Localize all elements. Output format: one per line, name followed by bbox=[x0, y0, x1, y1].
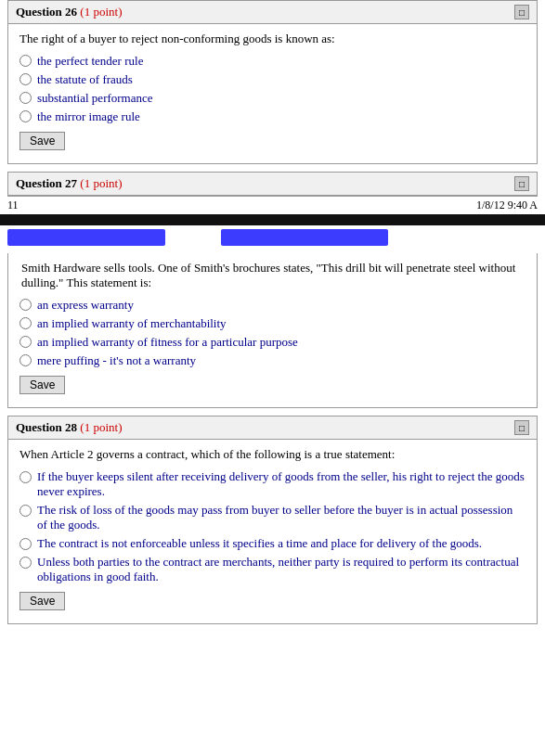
q28-option-1-label: If the buyer keeps silent after receivin… bbox=[37, 469, 526, 499]
question-27-header: Question 27 (1 point) □ bbox=[8, 173, 537, 196]
minimize-icon-q28[interactable]: □ bbox=[514, 420, 529, 435]
q27-option-2-radio[interactable] bbox=[19, 317, 32, 329]
q28-option-4-label: Unless both parties to the contract are … bbox=[37, 555, 526, 584]
list-item: an implied warranty of fitness for a par… bbox=[19, 335, 526, 350]
q27-option-1-label: an express warranty bbox=[37, 298, 134, 313]
list-item: the perfect tender rule bbox=[19, 54, 526, 69]
question-27-options: an express warranty an implied warranty … bbox=[19, 298, 526, 368]
question-28-number: Question 28 bbox=[16, 420, 77, 434]
question-27-header-block: Question 27 (1 point) □ bbox=[7, 172, 538, 197]
list-item: The risk of loss of the goods may pass f… bbox=[19, 503, 526, 532]
list-item: mere puffing - it's not a warranty bbox=[19, 353, 526, 368]
q28-option-2-label: The risk of loss of the goods may pass f… bbox=[37, 503, 526, 532]
q26-save-button[interactable]: Save bbox=[19, 132, 65, 150]
divider-area bbox=[0, 214, 545, 246]
list-item: substantial performance bbox=[19, 91, 526, 106]
question-27-title: Question 27 (1 point) bbox=[16, 176, 122, 191]
q26-option-2-label: the statute of frauds bbox=[37, 72, 133, 87]
blue-bar-left bbox=[7, 229, 165, 246]
q26-option-1-radio[interactable] bbox=[19, 55, 32, 67]
q28-save-button[interactable]: Save bbox=[19, 592, 65, 610]
question-26-block: Question 26 (1 point) □ The right of a b… bbox=[7, 0, 538, 164]
q26-option-3-label: substantial performance bbox=[37, 91, 153, 106]
question-28-block: Question 28 (1 point) □ When Article 2 g… bbox=[7, 416, 538, 624]
question-27-number: Question 27 bbox=[16, 176, 77, 190]
page-footer: 11 1/8/12 9:40 A bbox=[0, 197, 545, 214]
question-26-number: Question 26 bbox=[16, 5, 77, 19]
question-28-header: Question 28 (1 point) □ bbox=[8, 416, 537, 440]
blue-bar-right bbox=[221, 229, 388, 246]
q28-option-3-label: The contract is not enforceable unless i… bbox=[37, 536, 482, 551]
list-item: the mirror image rule bbox=[19, 109, 526, 124]
question-27-body: Smith Hardware sells tools. One of Smith… bbox=[8, 253, 537, 407]
q28-option-2-radio[interactable] bbox=[19, 505, 32, 517]
question-28-body: When Article 2 governs a contract, which… bbox=[8, 440, 537, 623]
blue-bars bbox=[0, 229, 545, 246]
question-26-points: (1 point) bbox=[80, 5, 122, 19]
question-26-header: Question 26 (1 point) □ bbox=[8, 1, 537, 24]
q26-option-3-radio[interactable] bbox=[19, 92, 32, 104]
question-26-title: Question 26 (1 point) bbox=[16, 5, 122, 19]
black-bar bbox=[0, 214, 545, 225]
q26-option-1-label: the perfect tender rule bbox=[37, 54, 143, 69]
question-26-text: The right of a buyer to reject non-confo… bbox=[19, 32, 526, 46]
minimize-icon-q27[interactable]: □ bbox=[514, 176, 529, 191]
question-27-points: (1 point) bbox=[80, 176, 122, 190]
question-26-body: The right of a buyer to reject non-confo… bbox=[8, 24, 537, 163]
list-item: Unless both parties to the contract are … bbox=[19, 555, 526, 584]
list-item: an express warranty bbox=[19, 298, 526, 313]
page-number: 11 bbox=[7, 199, 19, 212]
list-item: an implied warranty of merchantability bbox=[19, 316, 526, 331]
timestamp: 1/8/12 9:40 A bbox=[476, 199, 538, 212]
q27-option-4-radio[interactable] bbox=[19, 354, 32, 366]
question-27-text: Smith Hardware sells tools. One of Smith… bbox=[19, 261, 526, 290]
q27-option-1-radio[interactable] bbox=[19, 299, 32, 311]
question-28-options: If the buyer keeps silent after receivin… bbox=[19, 469, 526, 584]
q26-option-4-radio[interactable] bbox=[19, 110, 32, 122]
question-26-options: the perfect tender rule the statute of f… bbox=[19, 54, 526, 124]
q28-option-4-radio[interactable] bbox=[19, 557, 32, 569]
q28-option-3-radio[interactable] bbox=[19, 538, 32, 550]
question-27-body-block: Smith Hardware sells tools. One of Smith… bbox=[7, 253, 538, 408]
q27-option-4-label: mere puffing - it's not a warranty bbox=[37, 353, 196, 368]
q27-option-3-radio[interactable] bbox=[19, 336, 32, 348]
q27-option-2-label: an implied warranty of merchantability bbox=[37, 316, 227, 331]
list-item: the statute of frauds bbox=[19, 72, 526, 87]
question-28-points: (1 point) bbox=[80, 420, 122, 434]
minimize-icon-q26[interactable]: □ bbox=[514, 5, 529, 19]
q28-option-1-radio[interactable] bbox=[19, 471, 32, 483]
q27-option-3-label: an implied warranty of fitness for a par… bbox=[37, 335, 298, 350]
list-item: If the buyer keeps silent after receivin… bbox=[19, 469, 526, 499]
question-28-text: When Article 2 governs a contract, which… bbox=[19, 447, 526, 462]
q27-save-button[interactable]: Save bbox=[19, 376, 65, 394]
q26-option-4-label: the mirror image rule bbox=[37, 109, 140, 124]
q26-option-2-radio[interactable] bbox=[19, 73, 32, 85]
question-28-title: Question 28 (1 point) bbox=[16, 420, 122, 435]
list-item: The contract is not enforceable unless i… bbox=[19, 536, 526, 551]
